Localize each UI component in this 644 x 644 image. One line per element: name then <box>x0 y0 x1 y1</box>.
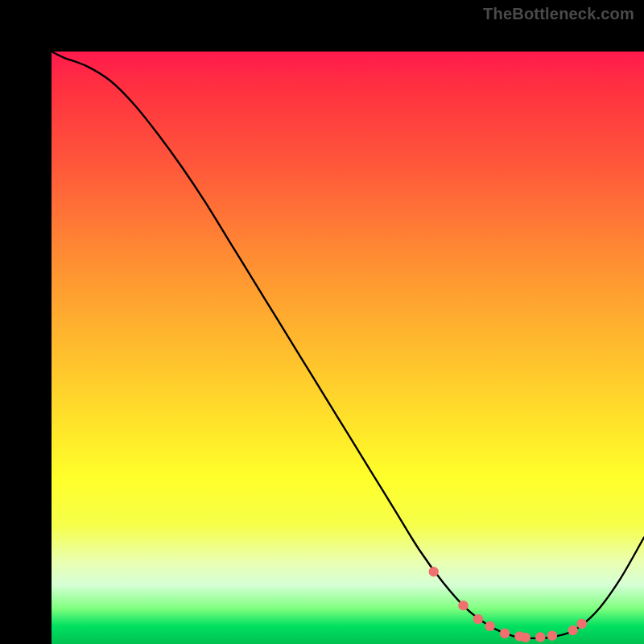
marker-dot <box>547 631 557 641</box>
watermark-text: TheBottleneck.com <box>483 5 634 23</box>
marker-dot <box>473 614 483 624</box>
marker-dot <box>577 619 587 629</box>
marker-group <box>429 567 587 642</box>
marker-dot <box>500 629 510 638</box>
marker-dot <box>429 567 439 576</box>
marker-dot <box>458 601 468 610</box>
marker-dot <box>568 625 577 635</box>
curve-group <box>52 52 644 638</box>
marker-dot <box>535 632 545 642</box>
bottleneck-curve <box>52 52 644 638</box>
chart-svg <box>52 52 644 644</box>
chart-frame <box>0 0 644 644</box>
marker-dot <box>521 633 530 642</box>
plot-area <box>52 52 644 644</box>
marker-dot <box>485 621 494 631</box>
